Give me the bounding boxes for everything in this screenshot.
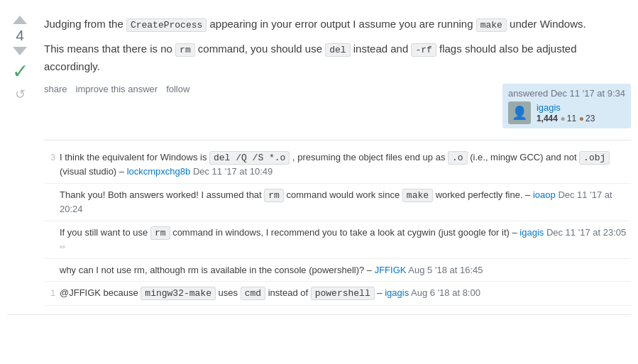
history-icon[interactable]: ↺ [15, 87, 26, 102]
comment-body-1: I think the equivalent for Windows is de… [60, 150, 631, 179]
answer-paragraph-1: Judging from the CreateProcess appearing… [44, 16, 631, 33]
reputation-score: 1,444 [537, 114, 558, 123]
comment-body-3: If you still want to use rm command in w… [60, 226, 631, 254]
code-powershell: powershell [311, 287, 375, 300]
comments-section: 3 I think the equivalent for Windows is … [44, 140, 631, 306]
upvote-button[interactable] [13, 16, 27, 24]
code-rm-1: rm [175, 43, 195, 57]
edit-icon[interactable]: ✏ [60, 243, 66, 251]
code-del: del [325, 43, 350, 57]
comment-date-3: Dec 11 '17 at 23:05 [546, 227, 626, 238]
code-dot-o: .o [448, 151, 468, 165]
user-info: igagis 1,444 11 23 [537, 102, 595, 123]
accepted-icon: ✓ [12, 58, 28, 84]
avatar: 👤 [508, 101, 531, 124]
comment-user-1[interactable]: lockcmpxchg8b [127, 166, 191, 177]
code-rm-2: rm [264, 189, 284, 202]
bronze-badge: 23 [579, 114, 595, 123]
comment-date-4: Aug 5 '18 at 16:45 [408, 265, 483, 275]
answer-footer: share improve this answer follow answere… [44, 84, 631, 128]
comment-date-2: Dec 11 '17 at 20:24 [60, 189, 612, 215]
comment-user-5[interactable]: igagis [385, 287, 409, 298]
comment-body-5: @JFFIGK because mingw32-make uses cmd in… [60, 286, 631, 301]
comment-2: Thank you! Both answers worked! I assume… [44, 184, 631, 221]
code-rm-3: rm [150, 226, 170, 240]
code-dot-obj: .obj [579, 151, 610, 165]
comment-4: why can I not use rm, although rm is ava… [44, 259, 631, 282]
comment-date-5: Aug 6 '18 at 8:00 [411, 287, 480, 298]
answered-date: answered Dec 11 '17 at 9:34 [508, 88, 625, 99]
comment-user-3[interactable]: igagis [519, 227, 544, 238]
comment-vote-4 [44, 263, 55, 277]
answer-content: Judging from the CreateProcess appearing… [44, 16, 631, 306]
follow-link[interactable]: follow [166, 84, 189, 94]
answer-text-1b: appearing in your error output I assume … [207, 18, 475, 30]
comment-vote-3 [44, 226, 55, 254]
answer-text-1c: under Windows. [507, 18, 586, 30]
downvote-button[interactable] [13, 47, 27, 55]
answer-text-2b: command, you should use [195, 43, 325, 55]
silver-badge: 11 [561, 114, 577, 123]
comment-user-2[interactable]: ioaop [533, 189, 556, 200]
answer-body: Judging from the CreateProcess appearing… [44, 16, 631, 75]
code-cmd: cmd [241, 287, 265, 300]
code-make-1: make [476, 18, 507, 32]
comment-vote-1: 3 [44, 150, 55, 179]
comment-5: 1 @JFFIGK because mingw32-make uses cmd … [44, 282, 631, 306]
code-make-2: make [402, 189, 433, 202]
comment-user-4[interactable]: JFFIGK [375, 265, 407, 275]
code-createprocess: CreateProcess [126, 18, 207, 32]
code-del-full: del /Q /S *.o [209, 151, 290, 165]
comment-vote-2 [44, 188, 55, 216]
improve-link[interactable]: improve this answer [76, 84, 158, 94]
comment-date-1: Dec 11 '17 at 10:49 [193, 166, 273, 177]
comment-body-2: Thank you! Both answers worked! I assume… [60, 188, 631, 216]
share-link[interactable]: share [44, 84, 67, 94]
user-reputation: 1,444 11 23 [537, 113, 595, 123]
answer-text-1a: Judging from the [44, 18, 126, 30]
user-card-body: 👤 igagis 1,444 11 23 [508, 101, 625, 124]
comment-3: If you still want to use rm command in w… [44, 221, 631, 259]
answer-text-2a: This means that there is no [44, 43, 175, 55]
answer-text-2c: instead and [351, 43, 412, 55]
username[interactable]: igagis [537, 102, 595, 113]
code-mingw32-make: mingw32-make [141, 287, 216, 300]
answer-paragraph-2: This means that there is no rm command, … [44, 40, 631, 75]
vote-count: 4 [16, 27, 24, 44]
user-card: answered Dec 11 '17 at 9:34 👤 igagis 1,4… [502, 84, 631, 128]
code-rf: -rf [411, 43, 436, 57]
comment-1: 3 I think the equivalent for Windows is … [44, 146, 631, 184]
comment-body-4: why can I not use rm, although rm is ava… [60, 263, 631, 277]
vote-column: 4 ✓ ↺ [7, 16, 33, 306]
answer-block: 4 ✓ ↺ Judging from the CreateProcess app… [7, 7, 631, 315]
answer-actions: share improve this answer follow [44, 84, 189, 94]
comment-vote-5: 1 [44, 286, 55, 301]
